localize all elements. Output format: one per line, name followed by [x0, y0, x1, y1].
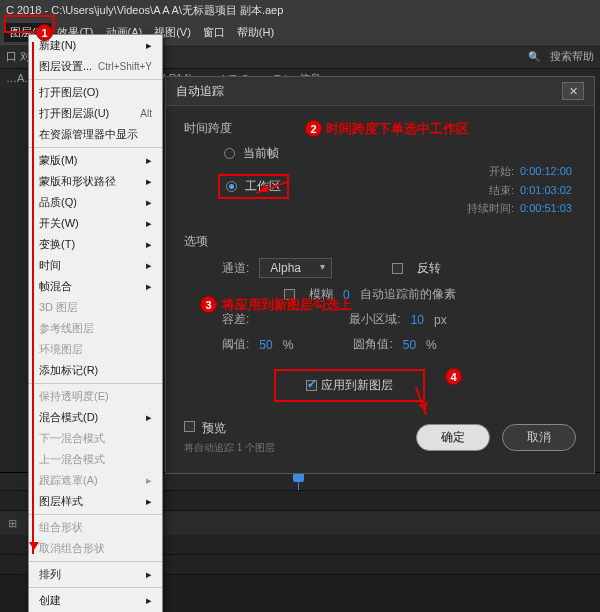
menu-layer-style[interactable]: 图层样式▸: [29, 491, 162, 512]
menu-arrange[interactable]: 排列▸: [29, 564, 162, 585]
toggle-switch-icon[interactable]: ⊞: [8, 517, 17, 530]
radio-current-frame[interactable]: 当前帧: [224, 145, 576, 162]
menu-prev-blend[interactable]: 上一混合模式: [29, 449, 162, 470]
threshold-label: 阈值:: [222, 336, 249, 353]
apply-new-layer-row[interactable]: 应用到新图层: [274, 369, 425, 402]
corner-label: 圆角值:: [353, 336, 392, 353]
menu-create[interactable]: 创建▸: [29, 590, 162, 611]
menu-next-blend[interactable]: 下一混合模式: [29, 428, 162, 449]
apply-new-layer-checkbox[interactable]: [306, 380, 317, 391]
annotation-num-1: 1: [36, 24, 53, 41]
radio-icon: [226, 181, 237, 192]
ok-button[interactable]: 确定: [416, 424, 490, 451]
dialog-titlebar[interactable]: 自动追踪 ✕: [166, 77, 594, 106]
invert-label: 反转: [417, 260, 441, 277]
channel-select[interactable]: Alpha: [259, 258, 332, 278]
time-info: 开始:0:00:12:00 结束:0:01:03:02 持续时间:0:00:51…: [458, 162, 572, 218]
min-area-value[interactable]: 10: [411, 313, 424, 327]
playhead[interactable]: [298, 473, 299, 490]
menu-transform[interactable]: 变换(T)▸: [29, 234, 162, 255]
menu-env-layer[interactable]: 环境图层: [29, 339, 162, 360]
menu-cancel-combine[interactable]: 取消组合形状: [29, 538, 162, 559]
dialog-title: 自动追踪: [176, 83, 224, 100]
menu-guide-layer[interactable]: 参考线图层: [29, 318, 162, 339]
annotation-num-3: 3: [200, 296, 217, 313]
section-options: 选项: [184, 233, 576, 250]
annotation-arrow-down: [32, 42, 34, 554]
window-title: C 2018 - C:\Users\july\Videos\A A A\无标题项…: [0, 0, 600, 21]
menu-frame-blend[interactable]: 帧混合▸: [29, 276, 162, 297]
unit-pct2: %: [426, 338, 437, 352]
menu-quality[interactable]: 品质(Q)▸: [29, 192, 162, 213]
unit-pct: %: [283, 338, 294, 352]
channel-label: 通道:: [222, 260, 249, 277]
unit-px: px: [434, 313, 447, 327]
menu-time[interactable]: 时间▸: [29, 255, 162, 276]
corner-value[interactable]: 50: [403, 338, 416, 352]
menu-open-layer-source[interactable]: 打开图层源(U)Alt: [29, 103, 162, 124]
preview-label: 预览: [202, 421, 226, 435]
menu-help[interactable]: 帮助(H): [231, 23, 280, 42]
menu-keep-alpha[interactable]: 保持透明度(E): [29, 386, 162, 407]
layer-context-menu: 新建(N)▸ 图层设置...Ctrl+Shift+Y 打开图层(O) 打开图层源…: [28, 34, 163, 612]
menu-switch[interactable]: 开关(W)▸: [29, 213, 162, 234]
menu-show-in-explorer[interactable]: 在资源管理器中显示: [29, 124, 162, 145]
close-icon[interactable]: ✕: [562, 82, 584, 100]
min-area-label: 最小区域:: [349, 311, 400, 328]
annotation-text-3: 将应用到新图层勾选上: [222, 296, 352, 314]
radio-current-label: 当前帧: [243, 145, 279, 162]
apply-new-layer-label: 应用到新图层: [321, 377, 393, 394]
menu-blend-mode[interactable]: 混合模式(D)▸: [29, 407, 162, 428]
search-help[interactable]: 搜索帮助: [550, 49, 594, 64]
preview-status: 将自动追踪 1 个图层: [184, 441, 404, 455]
menu-window[interactable]: 窗口: [197, 23, 231, 42]
menu-3d-layer[interactable]: 3D 图层: [29, 297, 162, 318]
invert-checkbox[interactable]: [392, 263, 403, 274]
blur-suffix: 自动追踪前的像素: [360, 286, 456, 303]
menu-mask-shape-path[interactable]: 蒙版和形状路径▸: [29, 171, 162, 192]
menu-layer-settings[interactable]: 图层设置...Ctrl+Shift+Y: [29, 56, 162, 77]
menu-combine-shape[interactable]: 组合形状: [29, 517, 162, 538]
search-icon: 🔍: [528, 51, 540, 62]
preview-checkbox[interactable]: [184, 421, 195, 432]
annotation-num-2: 2: [305, 120, 322, 137]
annotation-text-2: 时间跨度下单选中工作区: [326, 120, 469, 138]
menu-track-matte[interactable]: 跟踪遮罩(A)▸: [29, 470, 162, 491]
threshold-value[interactable]: 50: [259, 338, 272, 352]
radio-icon: [224, 148, 235, 159]
menu-mask[interactable]: 蒙版(M)▸: [29, 150, 162, 171]
cancel-button[interactable]: 取消: [502, 424, 576, 451]
menu-open-layer[interactable]: 打开图层(O): [29, 82, 162, 103]
menu-add-marker[interactable]: 添加标记(R): [29, 360, 162, 381]
annotation-num-4: 4: [445, 368, 462, 385]
